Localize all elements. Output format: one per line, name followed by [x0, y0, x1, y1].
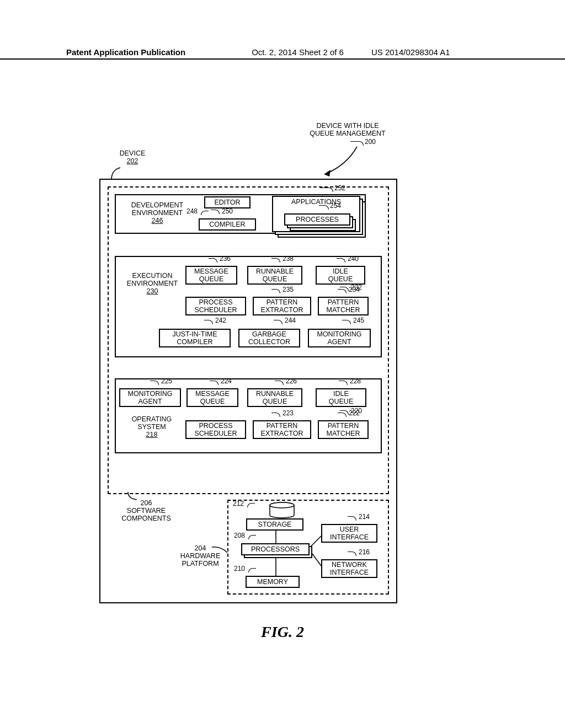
- compiler-box: COMPILER: [199, 218, 256, 231]
- page-header: Patent Application Publication Oct. 2, 2…: [0, 47, 565, 60]
- svg-line-5: [310, 536, 321, 547]
- storage-box: STORAGE: [246, 518, 303, 531]
- exec-env-label: EXECUTION ENVIRONMENT 230: [119, 271, 185, 296]
- msgq-224: MESSAGE QUEUE: [186, 388, 238, 407]
- procsched-232: PROCESS SCHEDULER: [185, 297, 246, 315]
- figure-caption: FIG. 2: [0, 623, 565, 641]
- ui-box: USER INTERFACE: [321, 524, 377, 543]
- patext-223: PATTERN EXTRACTOR: [253, 420, 311, 439]
- storage-icon: [268, 502, 296, 520]
- msgq-236: MESSAGE QUEUE: [185, 266, 237, 285]
- date-sheet-label: Oct. 2, 2014 Sheet 2 of 6: [252, 47, 344, 57]
- runq-238: RUNNABLE QUEUE: [247, 266, 302, 285]
- hw-lines: [270, 529, 326, 585]
- jit-242: JUST-IN-TIME COMPILER: [159, 329, 231, 347]
- mon-225: MONITORING AGENT: [119, 388, 181, 407]
- patext-235: PATTERN EXTRACTOR: [253, 297, 311, 315]
- dev-env-label: DEVELOPMENT ENVIRONMENT 246: [121, 201, 193, 226]
- hook-206: [125, 491, 141, 503]
- editor-box: EDITOR: [204, 196, 250, 208]
- svg-marker-0: [324, 170, 331, 176]
- hook-204: [211, 545, 230, 554]
- title-label: DEVICE WITH IDLE QUEUE MANAGEMENT: [301, 121, 395, 139]
- publication-number: US 2014/0298304 A1: [371, 47, 450, 57]
- mon-245: MONITORING AGENT: [308, 329, 371, 347]
- sw-comp-label: 206 SOFTWARE COMPONENTS: [110, 499, 182, 523]
- title-text: DEVICE WITH IDLE QUEUE MANAGEMENT: [310, 122, 386, 137]
- os-label: OPERATING SYSTEM 218: [121, 415, 182, 440]
- runq-226: RUNNABLE QUEUE: [247, 388, 302, 407]
- svg-point-2: [270, 502, 294, 508]
- patmat-234: PATTERN MATCHER: [318, 297, 369, 315]
- page: Patent Application Publication Oct. 2, 2…: [0, 0, 565, 728]
- processes-box: PROCESSES: [284, 213, 350, 226]
- gc-244: GARBAGE COLLECTOR: [238, 329, 300, 347]
- device-label: DEVICE 202: [110, 149, 154, 167]
- idleq-240: IDLE QUEUE: [316, 266, 365, 285]
- idleq-228: IDLE QUEUE: [316, 388, 366, 407]
- svg-line-6: [312, 554, 321, 566]
- pointer-curve: [323, 146, 363, 176]
- procsched-220: PROCESS SCHEDULER: [185, 420, 246, 439]
- diagram-area: DEVICE WITH IDLE QUEUE MANAGEMENT 200 DE…: [99, 121, 397, 618]
- publication-label: Patent Application Publication: [66, 47, 185, 57]
- patmat-222: PATTERN MATCHER: [318, 420, 369, 439]
- net-box: NETWORK INTERFACE: [321, 559, 377, 578]
